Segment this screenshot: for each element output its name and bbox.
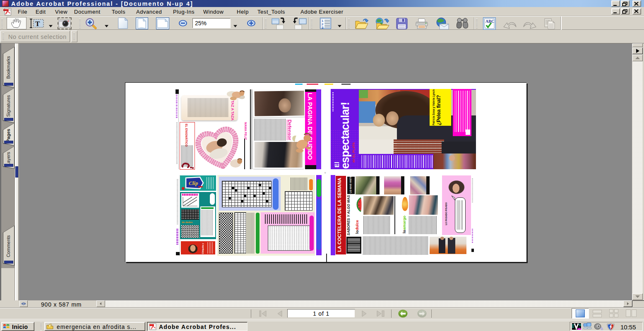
svg-text:3: 3 [322, 26, 324, 29]
svg-text:ABC: ABC [485, 19, 494, 24]
svg-text:Clip: Clip [189, 180, 198, 186]
svg-text:T: T [35, 20, 40, 28]
